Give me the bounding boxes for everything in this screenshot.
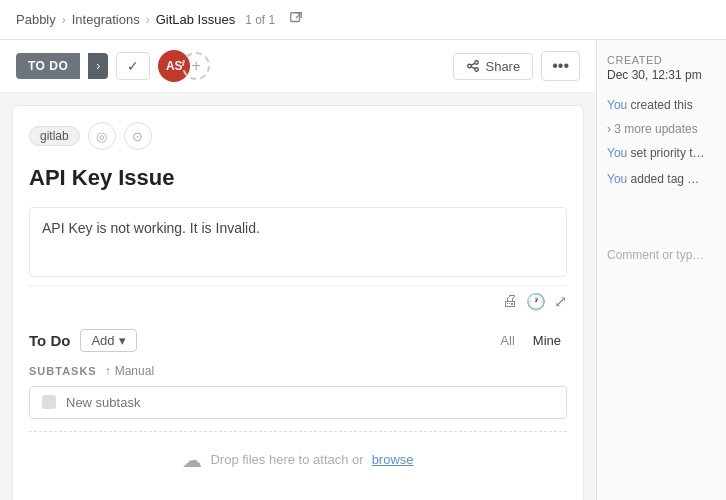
filter-mine-button[interactable]: Mine: [527, 331, 567, 350]
created-label: CREATED: [607, 54, 716, 66]
content-area: gitlab ◎ ⊙ API Key Issue API Key is not …: [12, 105, 584, 500]
activity-item-3: You added tag …: [607, 170, 716, 188]
add-button[interactable]: Add ▾: [80, 329, 136, 352]
browse-link[interactable]: browse: [372, 452, 414, 467]
activity-text-1: created this: [631, 98, 693, 112]
svg-line-5: [472, 67, 476, 69]
left-panel: TO DO › ✓ AS + Share ••• gitlab ◎: [0, 40, 596, 500]
history-icon[interactable]: 🕐: [526, 292, 546, 311]
new-subtask-input: [29, 386, 567, 419]
status-arrow-button[interactable]: ›: [88, 53, 108, 79]
status-button[interactable]: TO DO: [16, 53, 80, 79]
more-updates[interactable]: › 3 more updates: [607, 122, 716, 136]
subtasks-label: SUBTASKS: [29, 365, 97, 377]
add-dropdown-icon: ▾: [119, 333, 126, 348]
add-label: Add: [91, 333, 114, 348]
activity-you-1: You: [607, 98, 627, 112]
nav-external-icon[interactable]: [289, 11, 303, 29]
activity-item-1: You created this: [607, 96, 716, 114]
todo-label: To Do: [29, 332, 70, 349]
avatar-group: AS +: [158, 50, 210, 82]
svg-line-4: [472, 63, 476, 65]
svg-rect-0: [291, 12, 300, 21]
activity-text-2: set priority t…: [631, 146, 705, 160]
nav-integrations[interactable]: Integrations: [72, 12, 140, 27]
more-button[interactable]: •••: [541, 51, 580, 81]
subtask-input-field[interactable]: [66, 395, 554, 410]
nav-counter: 1 of 1: [245, 13, 275, 27]
subtask-checkbox[interactable]: [42, 395, 56, 409]
manual-button[interactable]: ↑ Manual: [105, 364, 154, 378]
gitlab-tag[interactable]: gitlab: [29, 126, 80, 146]
activity-item-2: You set priority t…: [607, 144, 716, 162]
toolbar: TO DO › ✓ AS + Share •••: [0, 40, 596, 93]
top-nav: Pabbly › Integrations › GitLab Issues 1 …: [0, 0, 726, 40]
filter-buttons: All Mine: [494, 331, 567, 350]
share-label: Share: [485, 59, 520, 74]
filter-all-button[interactable]: All: [494, 331, 520, 350]
svg-point-1: [475, 61, 479, 65]
subtasks-header: SUBTASKS ↑ Manual: [29, 364, 567, 378]
subtasks-section: SUBTASKS ↑ Manual: [29, 364, 567, 419]
share-button[interactable]: Share: [453, 53, 533, 80]
tag-icon-1[interactable]: ◎: [88, 122, 116, 150]
expand-icon[interactable]: ⤢: [554, 292, 567, 311]
drop-text: Drop files here to attach or: [210, 452, 363, 467]
main-layout: TO DO › ✓ AS + Share ••• gitlab ◎: [0, 40, 726, 500]
tag-icon-2[interactable]: ⊙: [124, 122, 152, 150]
activity-you-3: You: [607, 172, 627, 186]
cloud-upload-icon: ☁: [182, 448, 202, 472]
activity-you-2: You: [607, 146, 627, 160]
manual-icon: ↑: [105, 364, 111, 378]
description-box[interactable]: API Key is not working. It is Invalid.: [29, 207, 567, 277]
todo-section: To Do Add ▾ All Mine: [29, 329, 567, 352]
issue-title: API Key Issue: [29, 164, 567, 193]
activity-text-3: added tag …: [631, 172, 700, 186]
nav-gitlab-issues[interactable]: GitLab Issues: [156, 12, 236, 27]
right-panel: CREATED Dec 30, 12:31 pm You created thi…: [596, 40, 726, 500]
svg-point-2: [468, 64, 472, 68]
description-toolbar: 🖨 🕐 ⤢: [29, 285, 567, 317]
tags-row: gitlab ◎ ⊙: [29, 122, 567, 150]
nav-pabbly[interactable]: Pabbly: [16, 12, 56, 27]
nav-sep-1: ›: [62, 13, 66, 27]
manual-label: Manual: [115, 364, 154, 378]
svg-point-3: [475, 68, 479, 72]
nav-sep-2: ›: [146, 13, 150, 27]
check-button[interactable]: ✓: [116, 52, 150, 80]
comment-label: Comment or typ…: [607, 248, 716, 262]
share-icon: [466, 59, 480, 73]
created-date: Dec 30, 12:31 pm: [607, 68, 716, 82]
print-icon[interactable]: 🖨: [502, 292, 518, 311]
drop-zone: ☁ Drop files here to attach or browse: [29, 431, 567, 488]
add-member-button[interactable]: +: [182, 52, 210, 80]
